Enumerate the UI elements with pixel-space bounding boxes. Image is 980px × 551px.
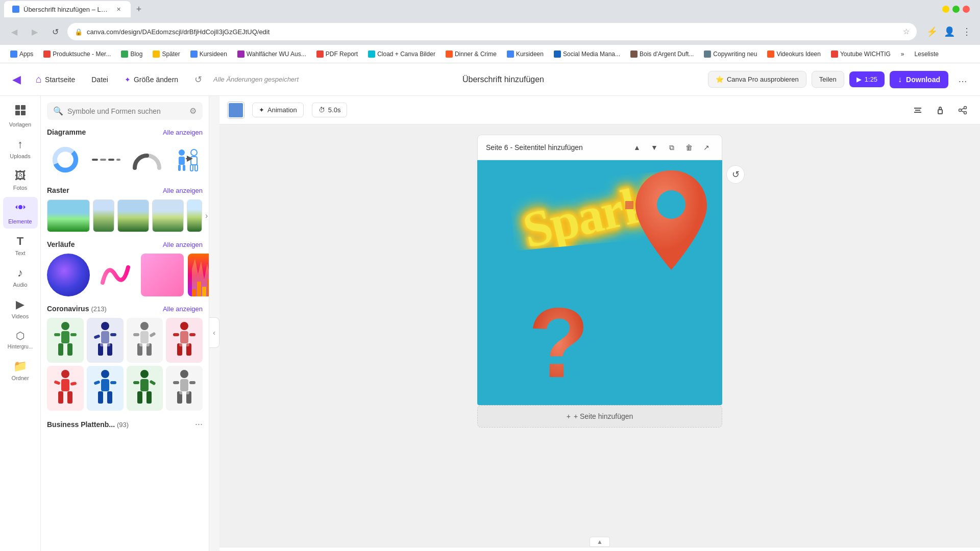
raster-item-4[interactable] [152,199,184,232]
close-btn[interactable] [963,6,970,13]
page-delete-btn[interactable]: 🗑 [682,140,696,155]
raster-item-3[interactable] [117,199,149,232]
corona-item-1[interactable] [47,318,84,363]
canvas[interactable]: Sparkle [477,160,722,405]
bookmark-bois[interactable]: Bois d'Argent Duft... [626,48,698,60]
sidebar-item-hintergrund[interactable]: ⬡ Hintergru... [3,325,38,354]
sidebar-item-videos[interactable]: ▶ Videos [3,294,38,323]
diagramme-dash[interactable] [88,141,125,178]
resize-menu-item[interactable]: ✦ Größe ändern [119,72,183,87]
verlauf-item-3[interactable] [141,254,184,296]
bookmark-produktsuche[interactable]: Produktsuche - Mer... [39,48,115,60]
search-input[interactable] [67,107,185,115]
sidebar-item-ordner[interactable]: 📁 Ordner [3,356,38,385]
bookmark-more[interactable]: » [897,48,909,60]
coronavirus-link[interactable]: Alle anzeigen [163,305,203,313]
sidebar-item-text[interactable]: T Text [3,231,38,260]
bookmark-apps[interactable]: Apps [6,48,37,60]
page-share-btn[interactable]: ↗ [699,140,714,155]
corona-item-4[interactable] [166,318,203,363]
play-btn[interactable]: ▶ 1:25 [849,71,885,87]
back-btn[interactable]: ◀ [6,23,22,40]
canvas-rotate-btn[interactable]: ↺ [726,165,745,184]
diagramme-donut[interactable] [47,141,84,178]
settings-btn[interactable]: ⋮ [960,24,974,39]
sidebar-item-elemente[interactable]: Elemente [3,197,38,229]
file-menu-item[interactable]: Datei [86,72,113,87]
bookmark-pdf[interactable]: PDF Report [312,48,362,60]
time-btn[interactable]: ⏱ 5.0s [312,103,348,117]
page-down-btn[interactable]: ▼ [647,140,662,155]
page-title-bar: Seite 6 - Seitentitel hinzufügen ▲ ▼ ⧉ 🗑… [477,135,722,160]
home-btn[interactable]: ◀ [8,71,24,88]
share-btn[interactable]: Teilen [812,71,844,88]
sidebar-item-audio[interactable]: ♪ Audio [3,262,38,292]
verlaufe-link[interactable]: Alle anzeigen [163,241,203,248]
bookmark-star-icon[interactable]: ☆ [903,27,910,36]
verlauf-item-4[interactable] [188,254,209,296]
raster-item-1[interactable] [47,199,90,232]
verlauf-item-2[interactable] [94,254,137,296]
bookmark-kursideen1[interactable]: Kursideen [186,48,231,60]
undo-btn[interactable]: ↺ [189,71,207,88]
bookmark-wahlfacher[interactable]: Wahlfächer WU Aus... [233,48,310,60]
sidebar-item-uploads[interactable]: ↑ Uploads [3,134,38,163]
bookmark-videokurs[interactable]: Videokurs Ideen [763,48,825,60]
diagramme-arc[interactable] [129,141,165,178]
bookmark-social[interactable]: Social Media Mana... [550,48,624,60]
profile-btn[interactable]: 👤 [942,24,957,39]
maximize-btn[interactable] [952,6,960,13]
more-options-btn[interactable]: … [953,70,972,89]
home-menu-item[interactable]: ⌂ Startseite [31,70,80,88]
svg-point-11 [179,149,185,156]
extensions-btn[interactable]: ⚡ [925,24,939,39]
page-duplicate-btn[interactable]: ⧉ [665,140,679,155]
collapse-hint-btn[interactable]: ▲ [590,537,610,547]
animation-btn[interactable]: ✦ Animation [252,103,304,117]
business-more-btn[interactable]: ··· [195,419,203,430]
tab-close-btn[interactable]: ✕ [114,5,122,13]
bookmark-cload[interactable]: Cload + Canva Bilder [364,48,439,60]
corona-item-3[interactable] [127,318,163,363]
corona-item-6[interactable] [87,366,124,411]
bookmark-youtube[interactable]: Youtube WICHTIG [827,48,895,60]
corona-item-7[interactable] [127,366,163,411]
new-tab-btn[interactable]: + [131,1,147,17]
page-up-btn[interactable]: ▲ [630,140,644,155]
bookmark-dinner[interactable]: Dinner & Crime [442,48,501,60]
sidebar-more-btn[interactable]: ··· [12,545,29,551]
raster-item-2[interactable] [93,199,114,232]
corona-item-5[interactable] [47,366,84,411]
doc-title[interactable]: Überschrift hinzufügen [462,75,544,84]
search-input-wrap[interactable]: 🔍 ⚙ [47,102,203,120]
raster-link[interactable]: Alle anzeigen [163,187,203,194]
share-tool-btn[interactable] [953,101,972,119]
sidebar-item-vorlagen[interactable]: Vorlagen [3,100,38,132]
corona-item-2[interactable] [87,318,124,363]
forward-btn[interactable]: ▶ [27,23,43,40]
bookmark-copywriting[interactable]: Copywriting neu [700,48,761,60]
add-page-btn[interactable]: + + Seite hinzufügen [477,405,722,428]
canva-pro-btn[interactable]: ⭐ Canva Pro ausprobieren [708,71,806,88]
diagramme-link[interactable]: Alle anzeigen [163,129,203,136]
minimize-btn[interactable] [942,6,949,13]
color-swatch[interactable] [228,102,244,118]
raster-item-5[interactable] [187,199,202,232]
sidebar-item-fotos[interactable]: 🖼 Fotos [3,165,38,195]
filter-icon[interactable]: ⚙ [189,106,197,116]
verlauf-item-1[interactable] [47,254,90,296]
corona-item-8[interactable] [166,366,203,411]
raster-scroll-right[interactable]: › [205,211,208,220]
bookmark-blog[interactable]: Blog [117,48,146,60]
address-bar[interactable]: 🔒 canva.com/design/DAEdomzscjl/drBfjHdCo… [67,23,917,40]
download-btn[interactable]: ↓ Download [890,71,948,88]
align-tool-btn[interactable] [909,101,927,119]
panel-collapse-btn[interactable]: ‹ [209,317,219,348]
lock-tool-btn[interactable] [931,101,949,119]
bookmark-kursideen2[interactable]: Kursideen [503,48,548,60]
diagramme-people[interactable] [169,141,203,178]
refresh-btn[interactable]: ↺ [47,23,63,40]
bookmark-leseliste[interactable]: Leseliste [911,48,943,60]
bookmark-spater[interactable]: Später [149,48,184,60]
active-tab[interactable]: Überschrift hinzufügen – Logo ✕ [4,1,131,17]
